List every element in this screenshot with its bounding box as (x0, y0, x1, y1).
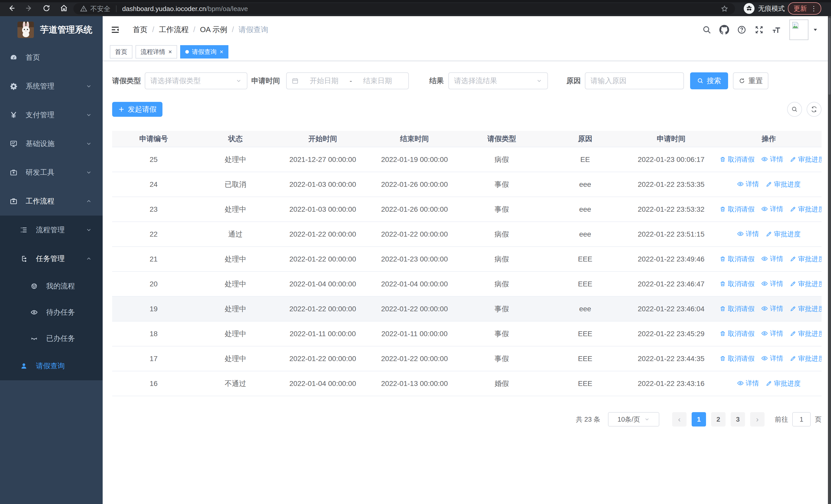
action-progress-link[interactable]: 审批进度 (766, 180, 801, 189)
edit-pen-icon (766, 231, 772, 237)
page-button-1[interactable]: 1 (692, 412, 706, 426)
table-row[interactable]: 16不通过2022-01-04 00:00:002022-01-13 00:00… (112, 371, 822, 396)
sidebar-item-devtools[interactable]: 研发工具 (0, 158, 103, 187)
sidebar-item-workflow[interactable]: 工作流程 (0, 187, 103, 215)
page-button-2[interactable]: 2 (711, 412, 725, 426)
search-icon[interactable] (701, 25, 712, 35)
sidebar-item-done-tasks[interactable]: 已办任务 (0, 325, 103, 352)
goto-page-input[interactable]: 1 (792, 412, 811, 426)
result-select[interactable]: 请选择流结果 (448, 72, 548, 89)
search-button[interactable]: 搜索 (690, 72, 728, 89)
action-progress-link[interactable]: 审批进度 (790, 155, 822, 164)
table-row[interactable]: 21处理中2022-01-22 00:00:002022-01-23 00:00… (112, 247, 822, 271)
table-row[interactable]: 25处理中2021-12-27 00:00:002022-01-19 00:00… (112, 147, 822, 172)
apply-time-range-picker[interactable]: 开始日期 - 结束日期 (286, 72, 409, 89)
sidebar-item-todo-tasks[interactable]: 待办任务 (0, 299, 103, 325)
reason-input[interactable]: 请输入原因 (585, 72, 684, 89)
action-cancel-link[interactable]: 取消请假 (720, 279, 754, 289)
action-progress-link[interactable]: 审批进度 (766, 230, 801, 239)
url-bar[interactable]: 不安全 dashboard.yudao.iocoder.cn/bpm/oa/le… (74, 3, 735, 14)
action-detail-link[interactable]: 详情 (737, 379, 759, 388)
action-progress-link[interactable]: 审批进度 (790, 354, 822, 363)
action-progress-link[interactable]: 审批进度 (790, 279, 822, 289)
table-row[interactable]: 19处理中2022-01-22 00:00:002022-01-22 00:00… (112, 296, 822, 321)
user-avatar[interactable] (790, 20, 808, 40)
page-button-3[interactable]: 3 (730, 412, 745, 426)
action-detail-link[interactable]: 详情 (761, 279, 783, 288)
tags-view: 首页 流程详情 × 请假查询 × (103, 43, 831, 61)
prev-page-button[interactable]: ‹ (672, 412, 687, 426)
action-progress-link[interactable]: 审批进度 (790, 329, 822, 338)
sidebar-item-home[interactable]: 首页 (0, 43, 103, 72)
fullscreen-icon[interactable] (754, 25, 764, 35)
browser-forward-icon[interactable] (25, 4, 33, 12)
github-icon[interactable] (719, 25, 729, 35)
help-icon[interactable] (737, 25, 747, 35)
action-detail-link[interactable]: 详情 (737, 230, 759, 238)
action-cancel-link[interactable]: 取消请假 (720, 304, 754, 313)
sidebar-item-process-mgmt[interactable]: 流程管理 (0, 215, 103, 244)
cell-applied: 2022-01-22 23:46:04 (626, 296, 716, 321)
tab-process-detail[interactable]: 流程详情 × (136, 45, 177, 59)
sidebar-item-system[interactable]: 系统管理 (0, 72, 103, 100)
toggle-search-button[interactable] (787, 102, 802, 117)
eye-icon (761, 280, 768, 287)
browser-menu-icon[interactable]: ⋮ (810, 7, 817, 10)
action-detail-link[interactable]: 详情 (761, 205, 783, 213)
next-page-button[interactable]: › (750, 412, 765, 426)
action-progress-link[interactable]: 审批进度 (790, 205, 822, 214)
action-cancel-link[interactable]: 取消请假 (720, 329, 754, 338)
reset-button[interactable]: 重置 (733, 72, 768, 89)
refresh-table-button[interactable] (807, 102, 822, 117)
breadcrumb-item[interactable]: OA 示例 (200, 25, 227, 35)
table-row[interactable]: 22通过2022-01-22 00:00:002022-01-22 00:00:… (112, 222, 822, 247)
browser-scrollbar[interactable] (828, 16, 831, 504)
sidebar-item-infra[interactable]: 基础设施 (0, 129, 103, 158)
table-row[interactable]: 18处理中2022-01-11 00:00:002022-01-11 00:00… (112, 321, 822, 346)
action-progress-link[interactable]: 审批进度 (790, 255, 822, 264)
action-cancel-link[interactable]: 取消请假 (720, 354, 754, 363)
action-detail-link[interactable]: 详情 (761, 329, 783, 338)
browser-update-button[interactable]: 更新 ⋮ (788, 2, 821, 14)
tab-leave-query[interactable]: 请假查询 × (180, 45, 228, 59)
close-icon[interactable]: × (220, 49, 223, 55)
action-progress-link[interactable]: 审批进度 (790, 304, 822, 313)
action-detail-link[interactable]: 详情 (761, 304, 783, 313)
page-size-select[interactable]: 10条/页 (608, 412, 659, 426)
sidebar-item-task-mgmt[interactable]: 任务管理 (0, 244, 103, 273)
sidebar-item-payment[interactable]: 支付管理 (0, 100, 103, 129)
cell-end: 2022-01-13 00:00:00 (370, 371, 459, 396)
close-icon[interactable]: × (168, 49, 172, 55)
sidebar-item-my-process[interactable]: 我的流程 (0, 273, 103, 299)
action-cancel-link[interactable]: 取消请假 (720, 205, 754, 214)
security-label[interactable]: 不安全 (90, 4, 110, 13)
cell-id: 22 (112, 222, 195, 247)
cell-type: 婚假 (459, 371, 544, 396)
avatar-caret-icon[interactable] (812, 27, 818, 33)
create-leave-button[interactable]: 发起请假 (112, 102, 163, 117)
action-detail-link[interactable]: 详情 (761, 155, 783, 164)
leave-type-select[interactable]: 请选择请假类型 (145, 72, 248, 89)
update-label[interactable]: 更新 (794, 4, 807, 13)
sidebar-collapse-icon[interactable] (111, 25, 120, 34)
action-cancel-link[interactable]: 取消请假 (720, 255, 754, 264)
action-detail-link[interactable]: 详情 (737, 180, 759, 188)
table-row[interactable]: 23处理中2022-01-03 00:00:002022-01-26 00:00… (112, 197, 822, 222)
table-row[interactable]: 17处理中2022-01-22 00:00:002022-01-22 00:00… (112, 346, 822, 371)
table-row[interactable]: 24已取消2022-01-03 00:00:002022-01-26 00:00… (112, 172, 822, 197)
action-cancel-link[interactable]: 取消请假 (720, 155, 754, 164)
font-size-icon[interactable] (771, 25, 782, 35)
browser-reload-icon[interactable] (42, 4, 51, 12)
bookmark-star-icon[interactable] (721, 5, 728, 12)
sidebar-item-leave-query[interactable]: 请假查询 (0, 352, 103, 380)
breadcrumb-item[interactable]: 首页 (133, 25, 148, 35)
action-progress-link[interactable]: 审批进度 (766, 379, 801, 388)
action-detail-link[interactable]: 详情 (761, 354, 783, 363)
col-header-type: 请假类型 (459, 131, 544, 147)
browser-back-icon[interactable] (7, 4, 16, 12)
table-row[interactable]: 20处理中2022-01-04 00:00:002022-01-04 00:00… (112, 271, 822, 296)
action-detail-link[interactable]: 详情 (761, 254, 783, 263)
breadcrumb-item[interactable]: 工作流程 (159, 25, 189, 35)
browser-home-icon[interactable] (60, 4, 68, 12)
tab-home[interactable]: 首页 (110, 45, 133, 59)
